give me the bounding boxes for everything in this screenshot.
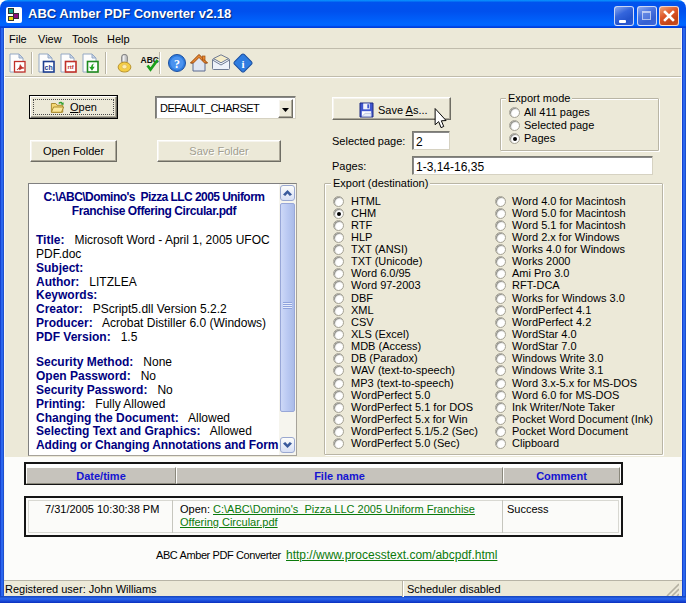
svg-text:?: ?	[174, 57, 180, 71]
svg-text:i: i	[241, 58, 244, 70]
svg-text:rtf: rtf	[68, 64, 75, 70]
svg-text:ch: ch	[45, 64, 53, 71]
